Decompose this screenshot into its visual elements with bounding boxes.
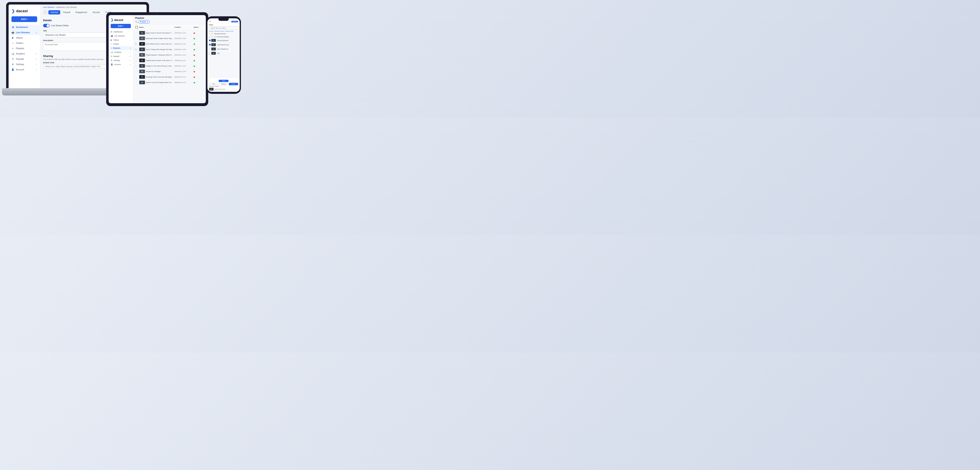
sidebar-item-live-streams[interactable]: 📹 Live Streams ∧ bbox=[9, 30, 40, 35]
breadcrumb-parent[interactable]: Live Steams bbox=[43, 6, 54, 8]
table-row: ☐ ▶ Playlist Doesn't Have To Be Hard. Re… bbox=[133, 58, 206, 63]
header-name[interactable]: Name ↕ bbox=[139, 26, 173, 28]
tab-engagement[interactable]: Engagement bbox=[73, 10, 89, 14]
phone-sort-button[interactable]: Sort bbox=[209, 83, 218, 85]
item-checkbox[interactable] bbox=[209, 40, 211, 41]
phone-settings-button[interactable]: Settings bbox=[219, 83, 228, 85]
header-check[interactable]: ☐ bbox=[135, 25, 138, 29]
t-sidebar-videos[interactable]: ▶ Videos ∨ bbox=[109, 38, 133, 42]
row-title: Apply These 5 Secret Techniques To Impro… bbox=[146, 32, 173, 34]
search-tag-clear-icon[interactable]: ✕ bbox=[146, 21, 148, 23]
tab-paywall[interactable]: Paywall bbox=[61, 10, 73, 14]
t-sidebar-paywall[interactable]: $ Paywall ∨ bbox=[109, 54, 133, 58]
table-row: ☐ ▶ Believing These 5 Myths About Playli… bbox=[133, 36, 206, 41]
phone-folder-item[interactable]: ▶ Arris bbox=[207, 51, 240, 56]
sidebar-item-videos[interactable]: ▶ Videos bbox=[9, 35, 40, 40]
phone-folder-item[interactable]: ▶ Home Satellite Svc bbox=[207, 47, 240, 51]
logo-chevron-icon: ❯ bbox=[11, 9, 15, 13]
t-live-streams-icon: 📹 bbox=[111, 35, 113, 37]
row-title: Master The Art Of Playlist With These 5 … bbox=[146, 82, 173, 83]
t-sidebar-live-streams[interactable]: 📹 Live Streams bbox=[109, 34, 133, 38]
folders-icon: □ bbox=[11, 41, 14, 44]
table-row: ☐ ▶ Apply These 5 Secret Techniques To I… bbox=[133, 30, 206, 36]
row-checkbox[interactable]: ☐ bbox=[135, 82, 138, 83]
item-checkbox[interactable] bbox=[209, 33, 211, 35]
thumb-play-icon: ▶ bbox=[213, 52, 214, 54]
laptop-add-button[interactable]: Add + bbox=[11, 16, 37, 22]
row-checkbox[interactable]: ☐ bbox=[135, 38, 138, 40]
phone-folder-item[interactable]: ▶ Cable America Corp bbox=[207, 43, 240, 47]
item-checkbox[interactable] bbox=[209, 52, 211, 54]
t-sidebar-settings[interactable]: ⚙ Settings ∨ bbox=[109, 58, 133, 62]
item-checkbox[interactable] bbox=[209, 48, 211, 50]
row-thumbnail: ▶ bbox=[139, 75, 145, 79]
header-status[interactable]: Status ↕ bbox=[194, 26, 204, 28]
row-title: Playlist On A Budget bbox=[146, 71, 173, 72]
phone-folder-item[interactable]: 📁 C T V15 North Suburban... › bbox=[207, 35, 240, 38]
tab-general[interactable]: General bbox=[48, 10, 60, 14]
t-label-account: Account bbox=[114, 64, 121, 65]
phone-search-input[interactable] bbox=[209, 27, 238, 30]
t-sidebar-account[interactable]: 👤 Account ∨ bbox=[109, 62, 133, 67]
item-name: Arris bbox=[217, 52, 220, 54]
sidebar-item-analytics[interactable]: 📊 Analytics ∨ bbox=[9, 51, 40, 56]
tab-security[interactable]: Security bbox=[90, 10, 102, 14]
t-playlists-icon: ≡ bbox=[111, 47, 112, 49]
row-status bbox=[194, 59, 204, 62]
tablet-logo-chevron-icon: ❯ bbox=[111, 18, 113, 22]
live-streams-icon: 📹 bbox=[11, 31, 14, 34]
tablet-logo-text: dacast bbox=[114, 18, 123, 22]
sidebar-label-paywall: Paywall bbox=[16, 58, 24, 60]
status-sort-icon: ↕ bbox=[199, 27, 200, 28]
laptop-logo-text: dacast bbox=[16, 9, 28, 13]
item-checkbox[interactable] bbox=[209, 44, 211, 46]
sidebar-item-playlists[interactable]: ≡ Playlists bbox=[9, 46, 40, 51]
t-sidebar-dashboard[interactable]: ⊞ Dashboard bbox=[109, 30, 133, 34]
sidebar-item-account[interactable]: 👤 Account ∨ bbox=[9, 67, 40, 72]
row-checkbox[interactable]: ☐ bbox=[135, 32, 138, 34]
sidebar-item-settings[interactable]: ⚙ Settings ∨ bbox=[9, 62, 40, 67]
phone-preview-button[interactable]: Preview bbox=[229, 83, 238, 85]
row-date: 28/05/2020, 12:00 bbox=[174, 71, 193, 72]
row-checkbox[interactable]: ☐ bbox=[135, 76, 138, 78]
phone-folder-item[interactable]: 📁 Telecrafter Services › bbox=[207, 32, 240, 35]
thumb-play-icon: ▶ bbox=[142, 60, 143, 61]
item-thumbnail: ▶ bbox=[211, 48, 216, 51]
sidebar-item-dashboard[interactable]: ⊞ Dashboard bbox=[9, 24, 40, 30]
tablet-page-title: Playlists bbox=[135, 17, 204, 19]
row-checkbox[interactable]: ☐ bbox=[135, 71, 138, 72]
t-folders-icon: □ bbox=[111, 43, 112, 45]
sidebar-item-paywall[interactable]: $ Paywall ∨ bbox=[9, 56, 40, 62]
row-status bbox=[194, 81, 204, 84]
row-date: 28/05/2020, 12:00 bbox=[174, 43, 193, 44]
t-sidebar-folders[interactable]: □ Folders bbox=[109, 42, 133, 46]
item-thumbnail: ▶ bbox=[211, 39, 216, 42]
t-account-icon: 👤 bbox=[111, 64, 113, 65]
t-sidebar-playlists[interactable]: ≡ Playlists ∧ bbox=[109, 46, 133, 50]
live-stream-toggle[interactable] bbox=[43, 24, 49, 27]
row-status bbox=[194, 64, 204, 68]
row-checkbox[interactable]: ☑ bbox=[135, 43, 138, 45]
video-check: ▶ Cable America Corp bbox=[209, 43, 229, 46]
item-name: Telecrafter Services bbox=[214, 33, 226, 35]
phone-folder-item[interactable]: ▶ Comcast Sportsnet bbox=[207, 38, 240, 43]
tablet-search-tag[interactable]: Playlist ✕ bbox=[138, 20, 150, 24]
t-analytics-chevron-icon: ∨ bbox=[130, 51, 131, 53]
phone-add-button[interactable]: Add bbox=[219, 80, 229, 82]
upgrade-button[interactable]: Upgrade bbox=[231, 21, 238, 22]
row-checkbox[interactable]: ☐ bbox=[135, 60, 138, 61]
table-row: ☑ ▶ Don't Waste Time! 5 Facts Until You … bbox=[133, 41, 206, 47]
header-created[interactable]: Created ↓ bbox=[174, 26, 193, 28]
row-checkbox[interactable]: ☐ bbox=[135, 54, 138, 56]
t-sidebar-analytics[interactable]: 📊 Analytics ∨ bbox=[109, 50, 133, 54]
t-label-settings: Settings bbox=[113, 59, 120, 61]
tab-back-button[interactable]: ‹ bbox=[43, 10, 48, 14]
item-checkbox[interactable] bbox=[209, 36, 211, 38]
tablet-camera bbox=[157, 14, 158, 15]
row-checkbox[interactable]: ☑ bbox=[135, 49, 138, 51]
video-check: ▶ Comcast Sportsnet bbox=[209, 39, 228, 42]
row-checkbox[interactable]: ☐ bbox=[135, 65, 138, 67]
tablet-add-button[interactable]: Add + bbox=[111, 24, 131, 28]
sidebar-item-folders[interactable]: □ Folders bbox=[9, 40, 40, 46]
thumb-play-icon: ▶ bbox=[142, 32, 143, 34]
